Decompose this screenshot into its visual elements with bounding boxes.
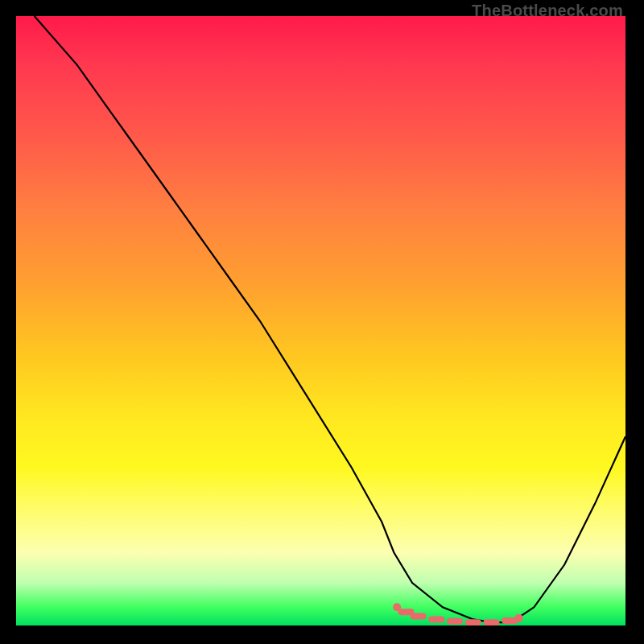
watermark-text: TheBottleneck.com xyxy=(472,2,623,20)
bottleneck-curve xyxy=(35,16,625,622)
chart-frame: TheBottleneck.com xyxy=(0,0,644,644)
chart-svg xyxy=(16,16,625,625)
plot-area xyxy=(16,16,625,625)
